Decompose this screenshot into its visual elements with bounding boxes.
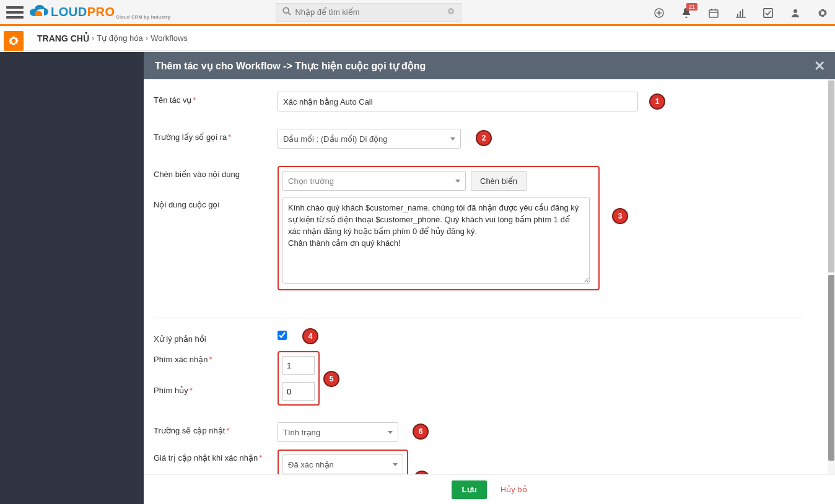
update-field-value: Tình trạng xyxy=(283,428,320,437)
label-insert-var: Chèn biến vào nội dung xyxy=(154,170,240,179)
top-icons: 21 xyxy=(653,0,829,26)
search-input[interactable] xyxy=(295,7,447,17)
svg-rect-9 xyxy=(715,9,717,11)
dial-field-value: Đầu mối : (Đầu mối) Di động xyxy=(283,134,388,144)
annotation-2: 2 xyxy=(476,130,492,146)
input-confirm-key[interactable] xyxy=(282,356,315,375)
caret-icon xyxy=(388,431,393,434)
logo-subtitle: Cloud CRM by Industry xyxy=(116,15,171,19)
svg-rect-6 xyxy=(709,10,718,17)
select-insert-field[interactable]: Chọn trường xyxy=(282,171,466,191)
svg-rect-10 xyxy=(737,14,738,17)
insert-var-button[interactable]: Chèn biến xyxy=(471,171,527,191)
scrollbar-thumb-lower[interactable] xyxy=(828,275,834,461)
select-update-confirm-value[interactable]: Đã xác nhận xyxy=(282,454,403,474)
svg-rect-8 xyxy=(711,9,712,11)
label-dial-field: Trường lấy số gọi ra xyxy=(154,133,227,142)
user-icon[interactable] xyxy=(789,7,802,19)
breadcrumb-automation[interactable]: Tự động hóa xyxy=(97,33,143,43)
label-cancel-key: Phím hủy xyxy=(154,386,188,395)
annotation-3: 3 xyxy=(612,208,628,224)
label-update-field: Trường sẽ cập nhật xyxy=(154,426,225,435)
caret-icon xyxy=(450,137,455,141)
modal-footer: Lưu Hủy bỏ xyxy=(144,474,835,504)
breadcrumb-row: TRANG CHỦ › Tự động hóa › Workflows xyxy=(0,26,835,51)
label-handle-response: Xử lý phản hồi xyxy=(154,334,206,344)
caret-icon xyxy=(393,463,398,466)
svg-rect-12 xyxy=(742,9,743,17)
menu-icon[interactable] xyxy=(6,4,24,21)
calendar-icon[interactable] xyxy=(707,7,720,19)
gear-icon[interactable] xyxy=(816,7,829,19)
modal-body: Tên tác vụ* 1 Trường lấy số gọi ra* Đầu … xyxy=(144,79,835,474)
modal: Thêm tác vụ cho Workflow -> Thực hiện cu… xyxy=(144,52,835,504)
global-search[interactable] xyxy=(276,3,461,22)
label-confirm-key: Phím xác nhận xyxy=(154,355,208,364)
search-icon xyxy=(282,7,291,17)
checkbox-icon[interactable] xyxy=(762,7,774,19)
label-update-confirm-value: Giá trị cập nhật khi xác nhận xyxy=(154,453,258,463)
annotation-4: 4 xyxy=(302,328,318,344)
checkbox-handle-response[interactable] xyxy=(278,331,287,340)
select-dial-field[interactable]: Đầu mối : (Đầu mối) Di động xyxy=(278,129,461,149)
svg-point-0 xyxy=(284,7,289,13)
close-icon[interactable]: ✕ xyxy=(814,58,825,74)
cloud-icon xyxy=(28,4,50,20)
modal-title: Thêm tác vụ cho Workflow -> Thực hiện cu… xyxy=(155,60,426,72)
plus-icon[interactable] xyxy=(653,7,665,19)
logo[interactable]: LOUDPRO Cloud CRM by Industry xyxy=(28,4,170,20)
annotation-6: 6 xyxy=(413,424,429,440)
left-sidebar xyxy=(0,52,144,504)
label-task-name: Tên tác vụ xyxy=(154,95,191,105)
input-task-name[interactable] xyxy=(278,92,638,111)
update-confirm-value: Đã xác nhận xyxy=(288,460,334,469)
svg-rect-11 xyxy=(740,11,741,17)
svg-line-1 xyxy=(289,12,291,15)
svg-rect-14 xyxy=(764,9,772,17)
stats-icon[interactable] xyxy=(735,7,747,19)
modal-header: Thêm tác vụ cho Workflow -> Thực hiện cu… xyxy=(144,52,835,79)
textarea-call-content[interactable] xyxy=(282,197,590,284)
annotation-1: 1 xyxy=(649,93,665,110)
breadcrumb-home[interactable]: TRANG CHỦ xyxy=(37,33,89,43)
scrollbar-thumb-upper[interactable] xyxy=(828,80,834,272)
topbar: LOUDPRO Cloud CRM by Industry 21 xyxy=(0,0,835,26)
notif-badge: 21 xyxy=(686,3,697,11)
logo-text-2: PRO xyxy=(87,5,115,19)
chevron-down-icon[interactable] xyxy=(447,7,455,17)
logo-text-1: LOUD xyxy=(51,5,87,19)
select-update-field[interactable]: Tình trạng xyxy=(278,422,398,442)
caret-icon xyxy=(455,180,460,183)
label-call-content: Nội dung cuộc gọi xyxy=(154,200,219,209)
save-button[interactable]: Lưu xyxy=(452,480,486,499)
scrollbar[interactable] xyxy=(828,79,835,474)
breadcrumb-workflows[interactable]: Workflows xyxy=(151,33,188,43)
insert-field-placeholder: Chọn trường xyxy=(288,176,334,186)
settings-side-button[interactable] xyxy=(4,31,24,51)
svg-point-15 xyxy=(793,9,797,13)
bell-icon[interactable]: 21 xyxy=(680,7,693,19)
cancel-button[interactable]: Hủy bỏ xyxy=(501,485,527,494)
